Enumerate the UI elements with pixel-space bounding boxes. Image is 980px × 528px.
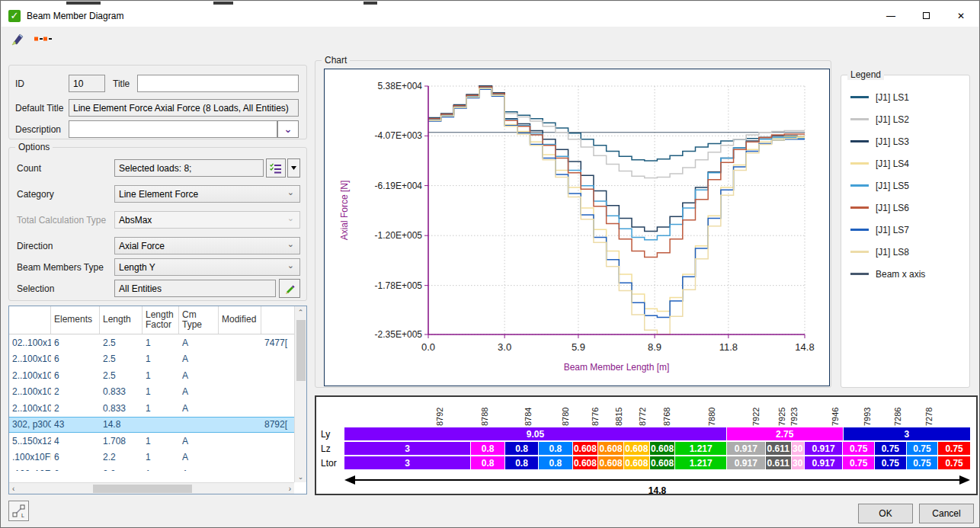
table-header-length-factor[interactable]: Length Factor bbox=[143, 306, 179, 334]
total-calc-type-label: Total Calculation Type bbox=[17, 215, 114, 226]
minimize-button[interactable]: — bbox=[873, 5, 908, 27]
legend-line-swatch bbox=[850, 273, 869, 275]
table-row[interactable]: 5..150x12l41.7081A bbox=[9, 433, 306, 450]
element-id-label: 8792 bbox=[435, 408, 444, 426]
table-row[interactable]: 2..100x10l20.8331A bbox=[9, 384, 306, 401]
table-cell: 1 bbox=[143, 338, 179, 348]
table-row[interactable]: 2..100x10l62.51A bbox=[9, 367, 306, 384]
ok-button[interactable]: OK bbox=[858, 504, 913, 523]
profile-row-label: Ly bbox=[321, 429, 344, 440]
element-id-label: 7286 bbox=[893, 408, 902, 426]
cancel-button[interactable]: Cancel bbox=[919, 504, 974, 523]
y-axis-title: Axial Force [N] bbox=[339, 181, 350, 241]
chart-series-J1LS7 bbox=[428, 89, 805, 317]
profile-segment: 0.917 bbox=[727, 456, 766, 469]
table-row[interactable]: 02..100x1062.51A7477[ bbox=[9, 334, 306, 351]
element-id-label: 8768 bbox=[662, 408, 671, 426]
y-tick-label: -1.78E+005 bbox=[375, 280, 423, 291]
table-row[interactable]: .100x10FE62.21A bbox=[9, 450, 306, 466]
profile-segment: 0.608 bbox=[598, 442, 624, 455]
category-value: Line Element Force bbox=[119, 189, 198, 200]
legend-entry-label: [J1] LS8 bbox=[876, 247, 909, 258]
table-cell: 7477[ bbox=[261, 338, 295, 348]
vertical-scroll-thumb[interactable] bbox=[296, 320, 306, 381]
table-cell: 1 bbox=[143, 386, 179, 397]
close-button[interactable]: ✕ bbox=[943, 5, 978, 27]
default-title-label: Default Title bbox=[15, 103, 69, 114]
legend-line-swatch bbox=[850, 251, 869, 253]
category-combo[interactable]: Line Element Force⌄ bbox=[114, 185, 300, 203]
count-dropdown-button[interactable] bbox=[287, 158, 300, 178]
table-header-length[interactable]: Length bbox=[100, 306, 143, 334]
pen-tool-button[interactable] bbox=[8, 29, 27, 49]
horizontal-scroll-thumb[interactable] bbox=[93, 485, 192, 493]
legend-entry-label: [J1] LS7 bbox=[876, 225, 909, 235]
element-id-label: 7880 bbox=[707, 408, 716, 426]
profile-segment: 0.917 bbox=[805, 456, 844, 469]
element-id-label: 8772 bbox=[638, 408, 647, 426]
table-horizontal-scrollbar[interactable]: ‹ › bbox=[9, 482, 294, 494]
scroll-down-icon[interactable]: ⌄ bbox=[295, 471, 306, 482]
title-label: Title bbox=[113, 78, 137, 89]
select-loads-button[interactable] bbox=[266, 158, 286, 178]
profile-segment: 0.608 bbox=[650, 456, 676, 469]
chart-series-J1LS6 bbox=[428, 87, 805, 258]
scroll-right-icon[interactable]: › bbox=[289, 485, 291, 493]
legend-entry: [J1] LS4 bbox=[850, 152, 966, 174]
edit-selection-button[interactable] bbox=[279, 279, 300, 298]
table-cell: 6 bbox=[51, 338, 100, 348]
table-cell: 6 bbox=[51, 354, 100, 364]
element-id-label: 8780 bbox=[561, 408, 570, 426]
profile-segment: 30 bbox=[792, 456, 805, 469]
profile-segment: 0.75 bbox=[843, 442, 875, 455]
table-cell: 1 bbox=[143, 469, 179, 471]
table-header-elements[interactable]: Elements bbox=[51, 306, 100, 334]
profile-segment: 0.917 bbox=[805, 442, 844, 455]
x-tick-label: 5.9 bbox=[572, 341, 585, 353]
table-header-blank-6[interactable] bbox=[261, 306, 295, 334]
legend-line-swatch bbox=[850, 162, 869, 165]
scroll-up-icon[interactable]: ⌃ bbox=[295, 306, 306, 318]
selection-label: Selection bbox=[17, 283, 114, 294]
table-cell: 6 bbox=[51, 370, 100, 381]
table-cell: 1 bbox=[143, 403, 179, 414]
direction-combo[interactable]: Axial Force⌄ bbox=[114, 237, 300, 254]
total-calc-type-value: AbsMax bbox=[119, 215, 152, 226]
app-check-icon: ✓ bbox=[8, 10, 21, 22]
table-cell: 2.5 bbox=[100, 338, 143, 348]
table-cell: 2.2 bbox=[100, 452, 143, 462]
line-style-tool-button[interactable] bbox=[34, 29, 53, 49]
table-header-blank-0[interactable] bbox=[9, 306, 51, 334]
table-cell: 14.8 bbox=[100, 419, 143, 430]
table-header-cm-type[interactable]: Cm Type bbox=[179, 306, 219, 334]
x-tick-label: 8.9 bbox=[648, 341, 661, 353]
table-cell: A bbox=[179, 403, 219, 414]
element-id-label: 8815 bbox=[614, 408, 623, 426]
legend-groupbox: Legend [J1] LS1[J1] LS2[J1] LS3[J1] LS4[… bbox=[841, 75, 970, 388]
table-cell: .100x10FE bbox=[9, 452, 51, 462]
table-header-modified[interactable]: Modified bbox=[219, 306, 261, 334]
axial-force-chart: 5.38E+004-4.07E+003-6.19E+004-1.20E+005-… bbox=[325, 69, 829, 386]
maximize-button[interactable] bbox=[908, 5, 943, 27]
table-row[interactable]: .100x10FE62.21A bbox=[9, 466, 306, 471]
table-row[interactable]: 302, p3004314.88792[ bbox=[9, 417, 306, 434]
table-cell: A bbox=[179, 452, 219, 462]
description-field[interactable] bbox=[69, 120, 277, 138]
element-id-label: 7925 bbox=[777, 408, 786, 426]
table-vertical-scrollbar[interactable]: ⌃ ⌄ bbox=[294, 306, 306, 482]
title-field[interactable] bbox=[137, 75, 299, 92]
legend-entry-label: [J1] LS6 bbox=[876, 203, 909, 213]
scroll-left-icon[interactable]: ‹ bbox=[12, 485, 14, 493]
table-row[interactable]: 2..100x10l62.51A bbox=[9, 351, 306, 368]
legend-entry-label: Beam x axis bbox=[876, 269, 925, 280]
beam-members-type-combo[interactable]: Length Y⌄ bbox=[114, 258, 300, 276]
line-element-button[interactable]: L bbox=[8, 501, 29, 521]
table-row[interactable]: 2..100x10l20.8331A bbox=[9, 400, 306, 417]
table-cell: 6 bbox=[51, 452, 100, 462]
total-length-arrow bbox=[344, 475, 970, 485]
id-field[interactable]: 10 bbox=[69, 75, 105, 92]
y-tick-label: -1.20E+005 bbox=[375, 230, 423, 241]
description-dropdown-button[interactable]: ⌄ bbox=[277, 120, 299, 138]
profile-segment: 0.608 bbox=[598, 456, 624, 469]
x-tick-label: 3.0 bbox=[498, 341, 511, 353]
